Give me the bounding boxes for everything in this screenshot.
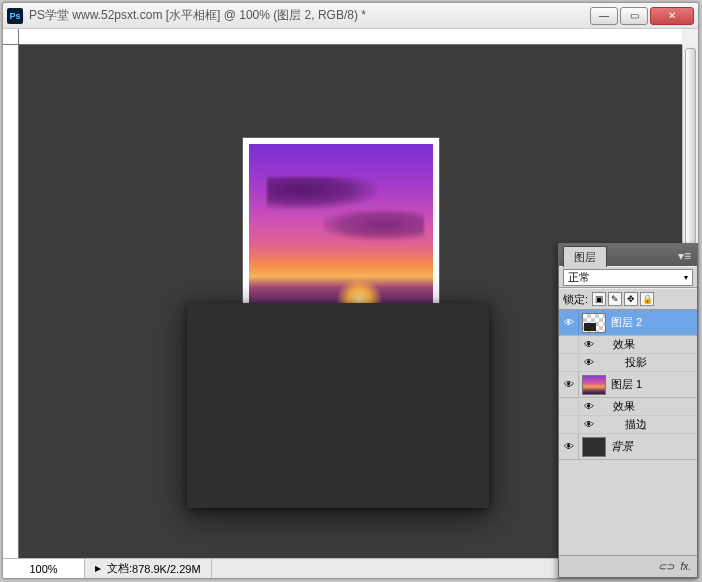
visibility-toggle[interactable]: 👁 — [579, 419, 599, 430]
layer-name[interactable]: 图层 1 — [609, 377, 697, 392]
close-button[interactable]: ✕ — [650, 7, 694, 25]
photoshop-app-icon: Ps — [7, 8, 23, 24]
ruler-vertical[interactable] — [3, 45, 19, 558]
blend-mode-row: 正常 ▾ — [559, 266, 697, 288]
lock-row: 锁定: ▣ ✎ ✥ 🔒 — [559, 288, 697, 310]
foreground-panel-layer — [187, 303, 489, 508]
blend-mode-select[interactable]: 正常 ▾ — [563, 269, 693, 286]
layer-row-layer2[interactable]: 👁 图层 2 — [559, 310, 697, 336]
visibility-toggle[interactable]: 👁 — [579, 401, 599, 412]
lock-label: 锁定: — [563, 292, 588, 307]
panel-menu-icon[interactable]: ▾≡ — [672, 246, 697, 266]
visibility-toggle[interactable]: 👁 — [559, 434, 579, 459]
link-layers-icon[interactable]: ⊂⊃ — [658, 561, 674, 572]
doc-info-label: 文档: — [107, 561, 132, 576]
lock-transparency-icon[interactable]: ▣ — [592, 292, 606, 306]
ruler-origin[interactable] — [3, 29, 19, 45]
layers-panel: 图层 ▾≡ 正常 ▾ 锁定: ▣ ✎ ✥ 🔒 👁 图层 2 👁 效果 — [558, 243, 698, 578]
layer2-effects-row[interactable]: 👁 效果 — [559, 336, 697, 354]
layers-panel-footer: ⊂⊃ fx. — [559, 555, 697, 577]
layer-name[interactable]: 背景 — [609, 439, 697, 454]
window-title: PS学堂 www.52psxt.com [水平相框] @ 100% (图层 2,… — [29, 7, 590, 24]
lock-pixels-icon[interactable]: ✎ — [608, 292, 622, 306]
layer2-shadow-row[interactable]: 👁 投影 — [559, 354, 697, 372]
effects-label: 效果 — [613, 399, 635, 414]
visibility-toggle[interactable]: 👁 — [559, 372, 579, 397]
layer-thumbnail[interactable] — [582, 313, 606, 333]
lock-icons: ▣ ✎ ✥ 🔒 — [592, 292, 654, 306]
layers-list: 👁 图层 2 👁 效果 👁 投影 👁 图层 1 👁 效果 — [559, 310, 697, 555]
visibility-toggle[interactable]: 👁 — [579, 339, 599, 350]
minimize-button[interactable]: — — [590, 7, 618, 25]
effect-dropshadow-label: 投影 — [625, 355, 647, 370]
layer-name[interactable]: 图层 2 — [609, 315, 697, 330]
layer-row-layer1[interactable]: 👁 图层 1 — [559, 372, 697, 398]
titlebar: Ps PS学堂 www.52psxt.com [水平相框] @ 100% (图层… — [3, 3, 698, 29]
layer-thumbnail[interactable] — [582, 375, 606, 395]
layer-thumbnail[interactable] — [582, 437, 606, 457]
maximize-button[interactable]: ▭ — [620, 7, 648, 25]
layer1-stroke-row[interactable]: 👁 描边 — [559, 416, 697, 434]
visibility-toggle[interactable]: 👁 — [559, 310, 579, 335]
blend-mode-value: 正常 — [568, 270, 590, 285]
layer-fx-icon[interactable]: fx. — [680, 561, 691, 572]
window-controls: — ▭ ✕ — [590, 7, 694, 25]
doc-info-size: 878.9K/2.29M — [132, 563, 201, 575]
lock-all-icon[interactable]: 🔒 — [640, 292, 654, 306]
effect-stroke-label: 描边 — [625, 417, 647, 432]
ruler-horizontal[interactable] — [19, 29, 682, 45]
zoom-level[interactable]: 100% — [3, 559, 85, 578]
tab-layers[interactable]: 图层 — [563, 246, 607, 267]
panel-tabs: 图层 ▾≡ — [559, 244, 697, 266]
doc-info-chevron-icon: ▶ — [95, 564, 101, 573]
effects-label: 效果 — [613, 337, 635, 352]
document-info[interactable]: ▶ 文档: 878.9K/2.29M — [85, 559, 212, 578]
layer-row-background[interactable]: 👁 背景 — [559, 434, 697, 460]
lock-position-icon[interactable]: ✥ — [624, 292, 638, 306]
visibility-toggle[interactable]: 👁 — [579, 357, 599, 368]
dropdown-arrow-icon: ▾ — [684, 273, 688, 282]
layer1-effects-row[interactable]: 👁 效果 — [559, 398, 697, 416]
sunset-photo — [249, 144, 433, 328]
